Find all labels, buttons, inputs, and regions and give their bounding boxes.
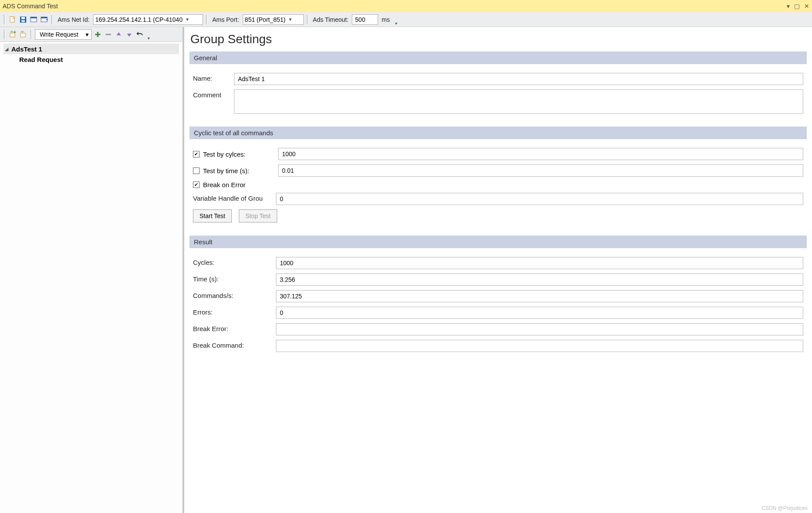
var-handle-label: Variable Handle of Grou	[193, 193, 272, 202]
toolbar-separator	[307, 15, 308, 24]
break-command-label: Break Command:	[193, 340, 272, 349]
break-on-error-label: Break on Error	[203, 181, 275, 188]
close-icon[interactable]: ✕	[804, 3, 809, 10]
svg-text:xy: xy	[21, 31, 24, 33]
window-title: ADS Command Test	[3, 3, 787, 10]
section-result-body: Cycles: Time (s): Commands/s: Errors: Br…	[189, 248, 807, 361]
time-label: Time (s):	[193, 274, 272, 283]
name-label: Name:	[193, 73, 231, 82]
add-icon[interactable]	[93, 30, 102, 39]
stop-test-button[interactable]: Stop Test	[239, 209, 277, 222]
tree-item-label: AdsTest 1	[10, 45, 42, 53]
tree-view[interactable]: ◢ AdsTest 1 Read Request	[0, 42, 182, 513]
chevron-down-icon: ▾	[86, 31, 89, 38]
add-group-icon[interactable]: +xy	[8, 30, 17, 39]
section-result-header: Result	[189, 236, 807, 248]
group-icon[interactable]: xy	[19, 30, 28, 39]
break-error-output	[276, 323, 803, 335]
chevron-down-icon: ▼	[288, 17, 292, 22]
svg-rect-0	[10, 17, 14, 22]
toolbar-overflow-icon[interactable]: ▾	[146, 36, 151, 41]
test-by-time-input[interactable]	[278, 164, 803, 177]
main-toolbar: Ams Net Id: 169.254.254.142.1.1 (CP-4104…	[0, 12, 812, 27]
move-up-icon[interactable]	[114, 30, 123, 39]
window-controls: ▾ ▢ ✕	[787, 3, 809, 10]
section-general-body: Name: Comment	[189, 64, 807, 124]
maximize-icon[interactable]: ▢	[794, 3, 800, 10]
svg-text:+: +	[14, 31, 16, 34]
svg-rect-2	[21, 17, 25, 19]
toolbar-separator	[52, 15, 53, 24]
start-test-button[interactable]: Start Test	[193, 209, 232, 222]
window2-icon[interactable]	[40, 15, 48, 24]
cps-label: Commands/s:	[193, 290, 272, 299]
cps-output	[276, 290, 803, 302]
test-by-time-label: Test by time (s):	[203, 167, 275, 174]
break-error-label: Break Error:	[193, 323, 272, 332]
toolbar-separator	[31, 30, 32, 39]
left-pane: +xy xy Write Request ▾	[0, 27, 184, 513]
toolbar-separator	[206, 15, 207, 24]
tree-item-label: Read Request	[17, 56, 63, 63]
window1-icon[interactable]	[29, 15, 38, 24]
time-output	[276, 274, 803, 286]
comment-label: Comment	[193, 89, 231, 99]
ads-timeout-label: Ads Timeout:	[311, 16, 351, 23]
save-icon[interactable]	[19, 15, 28, 24]
toolbar-overflow-icon[interactable]: ▾	[393, 21, 399, 26]
right-pane: Group Settings General Name: Comment Cyc…	[184, 27, 812, 513]
svg-rect-5	[31, 17, 37, 18]
errors-label: Errors:	[193, 307, 272, 316]
toolbar-grip	[4, 15, 5, 24]
page-title: Group Settings	[190, 32, 807, 46]
ads-timeout-unit: ms	[380, 16, 392, 23]
ams-net-id-combo[interactable]: 169.254.254.142.1.1 (CP-41040 ▼	[93, 14, 203, 25]
ams-port-combo[interactable]: 851 (Port_851) ▼	[243, 14, 304, 25]
ads-timeout-input[interactable]	[352, 14, 378, 25]
ams-net-id-value: 169.254.254.142.1.1 (CP-41040	[95, 16, 182, 23]
section-general-header: General	[189, 51, 807, 64]
break-on-error-checkbox[interactable]: ✔	[193, 181, 200, 188]
title-bar: ADS Command Test ▾ ▢ ✕	[0, 0, 812, 12]
new-file-icon[interactable]	[8, 15, 17, 24]
tree-item-adstest[interactable]: ◢ AdsTest 1	[3, 44, 179, 54]
errors-output	[276, 307, 803, 319]
svg-rect-12	[21, 33, 25, 37]
tree-toolbar: +xy xy Write Request ▾	[0, 27, 182, 42]
test-by-cycles-input[interactable]	[278, 148, 803, 160]
move-down-icon[interactable]	[125, 30, 134, 39]
svg-rect-7	[41, 17, 47, 18]
remove-icon[interactable]	[104, 30, 113, 39]
ams-port-value: 851 (Port_851)	[245, 16, 286, 23]
ams-port-label: Ams Port:	[210, 16, 241, 23]
tree-item-read-request[interactable]: Read Request	[3, 54, 179, 65]
watermark: CSDN @Prejudices	[761, 505, 808, 511]
ams-net-id-label: Ams Net Id:	[56, 16, 91, 23]
section-cyclic-header: Cyclic test of all commands	[189, 127, 807, 139]
var-handle-input[interactable]	[276, 193, 803, 205]
chevron-down-icon: ▼	[185, 17, 189, 22]
section-cyclic-body: ✔ Test by cylces: Test by time (s): ✔ Br…	[189, 139, 807, 233]
svg-rect-3	[21, 20, 25, 22]
body: +xy xy Write Request ▾	[0, 27, 812, 513]
test-by-cycles-checkbox[interactable]: ✔	[193, 151, 200, 157]
test-by-time-checkbox[interactable]	[193, 168, 200, 174]
expand-icon[interactable]: ◢	[3, 46, 10, 52]
request-type-combo[interactable]: Write Request ▾	[35, 29, 92, 40]
break-command-output	[276, 340, 803, 352]
svg-text:xy: xy	[10, 31, 13, 33]
toolbar-grip	[4, 30, 5, 39]
test-by-cycles-label: Test by cylces:	[203, 150, 275, 158]
name-input[interactable]	[234, 73, 803, 85]
request-type-value: Write Request	[40, 31, 78, 38]
cycles-label: Cycles:	[193, 257, 272, 266]
undo-icon[interactable]	[135, 30, 144, 39]
cycles-output	[276, 257, 803, 269]
minimize-icon[interactable]: ▾	[787, 3, 790, 10]
comment-input[interactable]	[234, 89, 803, 114]
